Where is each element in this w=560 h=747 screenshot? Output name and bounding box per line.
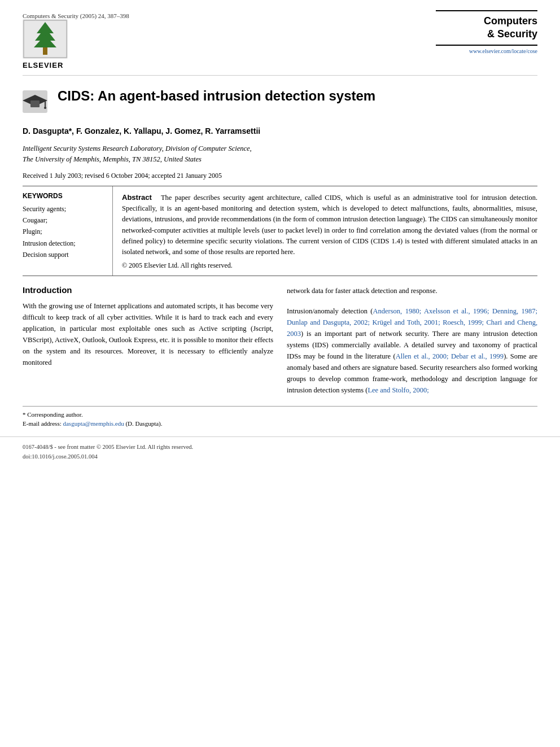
keywords-list: Security agents; Cougaar; Plugin; Intrus… (23, 203, 106, 261)
keyword-5: Decision support (23, 249, 106, 260)
keywords-heading: KEYWORDS (23, 192, 106, 200)
footnote-area: * Corresponding author. E-mail address: … (23, 406, 537, 429)
authors-section: D. Dasgupta*, F. Gonzalez, K. Yallapu, J… (0, 121, 560, 139)
abstract-copyright: © 2005 Elsevier Ltd. All rights reserved… (122, 261, 537, 270)
keyword-1: Security agents; (23, 203, 106, 215)
brand-lines: Computers& Security (436, 10, 537, 46)
keyword-4: Intrusion detection; (23, 238, 106, 249)
article-title: CIDS: An agent-based intrusion detection… (58, 87, 375, 104)
email-label: E-mail address: (23, 420, 62, 427)
ref-krugel[interactable]: Krügel and Toth, 2001; (373, 318, 440, 326)
elsevier-logo: Computers & Security (2005) 24, 387–398 … (23, 10, 129, 69)
footer-line2: doi:10.1016/j.cose.2005.01.004 (23, 452, 537, 462)
abstract-keywords-wrapper: KEYWORDS Security agents; Cougaar; Plugi… (23, 186, 537, 276)
footer-line1: 0167-4048/$ - see front matter © 2005 El… (23, 443, 537, 452)
ref-roesch[interactable]: Roesch, 1999; (443, 318, 484, 326)
keywords-column: KEYWORDS Security agents; Cougaar; Plugi… (23, 186, 113, 276)
keyword-3: Plugin; (23, 226, 106, 237)
main-content: Introduction With the growing use of Int… (0, 276, 560, 396)
article-icon (23, 90, 47, 115)
intro-right-para1: network data for faster attack detection… (287, 285, 537, 296)
footer: 0167-4048/$ - see front matter © 2005 El… (0, 436, 560, 465)
abstract-heading: Abstract (122, 193, 152, 202)
ref-denning[interactable]: Denning, 1987; (492, 307, 537, 315)
affiliation-line2: The University of Memphis, Memphis, TN 3… (23, 154, 537, 165)
brand-url[interactable]: www.elsevier.com/locate/cose (436, 48, 537, 54)
intro-right-para2: Intrusion/anomaly detection (Anderson, 1… (287, 305, 537, 396)
intro-left-para1: With the growing use of Internet applica… (23, 300, 273, 368)
column-right: network data for faster attack detection… (287, 285, 537, 396)
brand-title: Computers& Security (436, 15, 537, 41)
introduction-heading: Introduction (23, 285, 273, 295)
journal-ref: Computers & Security (2005) 24, 387–398 (23, 12, 129, 19)
page: Computers & Security (2005) 24, 387–398 … (0, 0, 560, 747)
ref-dunlap[interactable]: Dunlap and Dasgupta, 2002; (287, 318, 370, 326)
email-address[interactable]: dasgupta@memphis.edu (63, 420, 124, 427)
mortarboard-icon (23, 90, 47, 113)
ref-debar[interactable]: Debar et al., 1999 (451, 352, 504, 360)
journal-brand: Computers& Security www.elsevier.com/loc… (436, 10, 537, 54)
elsevier-text: ELSEVIER (23, 61, 63, 69)
ref-axelsson[interactable]: Axelsson et al., 1996; (424, 307, 489, 315)
title-section: CIDS: An agent-based intrusion detection… (0, 76, 560, 121)
abstract-column: Abstract The paper describes security ag… (122, 186, 537, 276)
ref-lee[interactable]: Lee and Stolfo, 2000; (368, 386, 428, 394)
email-suffix: (D. Dasgupta). (125, 420, 162, 427)
header: Computers & Security (2005) 24, 387–398 … (0, 0, 560, 69)
abstract-body: The paper describes security agent archi… (122, 194, 537, 256)
ref-anderson[interactable]: Anderson, 1980; (373, 307, 422, 315)
footnote-email: E-mail address: dasgupta@memphis.edu (D.… (23, 419, 537, 429)
affiliation-line1: Intelligent Security Systems Research La… (23, 143, 537, 154)
svg-point-10 (44, 107, 46, 109)
keyword-2: Cougaar; (23, 215, 106, 226)
abstract-text: Abstract The paper describes security ag… (122, 192, 537, 258)
footnote-star: * Corresponding author. (23, 410, 537, 420)
ref-allen[interactable]: Allen et al., 2000; (396, 352, 449, 360)
column-left: Introduction With the growing use of Int… (23, 285, 273, 396)
abstract-keywords-section: KEYWORDS Security agents; Cougaar; Plugi… (23, 186, 537, 276)
svg-rect-8 (30, 101, 40, 107)
elsevier-tree-icon (23, 19, 68, 59)
affiliation: Intelligent Security Systems Research La… (0, 139, 560, 167)
authors: D. Dasgupta*, F. Gonzalez, K. Yallapu, J… (23, 126, 537, 136)
received-dates: Received 1 July 2003; revised 6 October … (0, 167, 560, 186)
